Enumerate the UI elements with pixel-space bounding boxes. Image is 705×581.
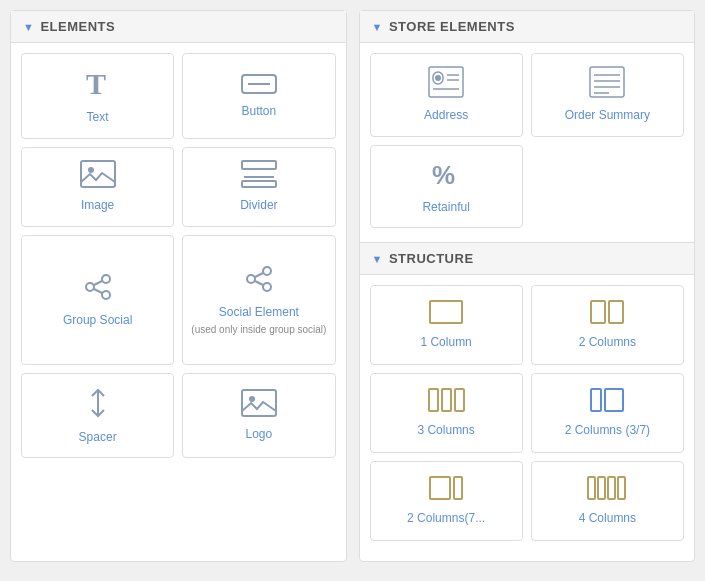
element-retainful[interactable]: % Retainful: [370, 145, 523, 229]
svg-point-14: [247, 275, 255, 283]
element-spacer[interactable]: Spacer: [21, 373, 174, 459]
element-2-columns-7[interactable]: 2 Columns(7...: [370, 461, 523, 541]
group-social-label: Group Social: [63, 313, 132, 329]
divider-icon: [241, 160, 277, 192]
svg-line-12: [94, 289, 102, 293]
divider-label: Divider: [240, 198, 277, 214]
elements-collapse-arrow[interactable]: ▼: [23, 21, 34, 33]
structure-collapse-arrow[interactable]: ▼: [372, 253, 383, 265]
image-icon: [80, 160, 116, 192]
element-order-summary[interactable]: Order Summary: [531, 53, 684, 137]
elements-grid: T Text Button: [11, 43, 346, 468]
1-column-label: 1 Column: [420, 335, 471, 351]
svg-rect-34: [591, 301, 605, 323]
svg-rect-46: [618, 477, 625, 499]
element-2-columns[interactable]: 2 Columns: [531, 285, 684, 365]
element-group-social[interactable]: Group Social: [21, 235, 174, 365]
svg-rect-39: [591, 389, 601, 411]
svg-point-10: [102, 291, 110, 299]
retainful-label: Retainful: [422, 200, 469, 216]
elements-title: ELEMENTS: [40, 19, 115, 34]
4-columns-icon: [587, 475, 627, 505]
svg-rect-38: [455, 389, 464, 411]
elements-panel: ▼ ELEMENTS T Text: [10, 10, 347, 562]
element-2-columns-37[interactable]: 2 Columns (3/7): [531, 373, 684, 453]
logo-label: Logo: [246, 427, 273, 443]
svg-rect-43: [588, 477, 595, 499]
store-elements-header: ▼ STORE ELEMENTS: [360, 11, 695, 43]
social-element-sublabel: (used only inside group social): [191, 323, 326, 336]
spacer-icon: [86, 386, 110, 424]
retainful-icon: %: [428, 158, 464, 194]
svg-rect-5: [242, 161, 276, 169]
svg-point-20: [249, 396, 255, 402]
1-column-icon: [428, 299, 464, 329]
social-element-icon: [243, 263, 275, 299]
svg-line-11: [94, 281, 102, 285]
store-panel: ▼ STORE ELEMENTS Address: [359, 10, 696, 562]
store-elements-title: STORE ELEMENTS: [389, 19, 515, 34]
svg-point-23: [435, 75, 441, 81]
2-columns-37-label: 2 Columns (3/7): [565, 423, 650, 439]
structure-header: ▼ STRUCTURE: [360, 242, 695, 275]
svg-rect-41: [430, 477, 450, 499]
elements-header: ▼ ELEMENTS: [11, 11, 346, 43]
order-summary-label: Order Summary: [565, 108, 650, 124]
address-icon: [428, 66, 464, 102]
element-divider[interactable]: Divider: [182, 147, 335, 227]
element-4-columns[interactable]: 4 Columns: [531, 461, 684, 541]
svg-rect-19: [242, 390, 276, 416]
svg-point-9: [86, 283, 94, 291]
svg-line-17: [255, 281, 263, 285]
2-columns-7-icon: [428, 475, 464, 505]
3-columns-label: 3 Columns: [417, 423, 474, 439]
text-icon: T: [82, 66, 114, 104]
store-elements-grid: Address Order Summary: [360, 43, 695, 238]
svg-rect-40: [605, 389, 623, 411]
svg-text:T: T: [86, 67, 106, 100]
svg-point-15: [263, 283, 271, 291]
store-collapse-arrow[interactable]: ▼: [372, 21, 383, 33]
address-label: Address: [424, 108, 468, 124]
2-columns-label: 2 Columns: [579, 335, 636, 351]
text-label: Text: [87, 110, 109, 126]
2-columns-7-label: 2 Columns(7...: [407, 511, 485, 527]
svg-rect-44: [598, 477, 605, 499]
main-container: ▼ ELEMENTS T Text: [10, 10, 695, 562]
element-1-column[interactable]: 1 Column: [370, 285, 523, 365]
button-icon: [241, 72, 277, 98]
group-social-icon: [82, 271, 114, 307]
svg-point-13: [263, 267, 271, 275]
logo-icon: [241, 389, 277, 421]
element-button[interactable]: Button: [182, 53, 335, 139]
element-text[interactable]: T Text: [21, 53, 174, 139]
element-3-columns[interactable]: 3 Columns: [370, 373, 523, 453]
button-label: Button: [242, 104, 277, 120]
2-columns-icon: [589, 299, 625, 329]
spacer-label: Spacer: [79, 430, 117, 446]
element-social-element[interactable]: Social Element (used only inside group s…: [182, 235, 335, 365]
image-label: Image: [81, 198, 114, 214]
structure-title: STRUCTURE: [389, 251, 474, 266]
social-element-label: Social Element: [219, 305, 299, 321]
element-logo[interactable]: Logo: [182, 373, 335, 459]
svg-rect-3: [81, 161, 115, 187]
svg-point-8: [102, 275, 110, 283]
element-image[interactable]: Image: [21, 147, 174, 227]
svg-rect-35: [609, 301, 623, 323]
svg-rect-42: [454, 477, 462, 499]
svg-point-4: [88, 167, 94, 173]
3-columns-icon: [427, 387, 465, 417]
2-columns-37-icon: [589, 387, 625, 417]
4-columns-label: 4 Columns: [579, 511, 636, 527]
svg-rect-7: [242, 181, 276, 187]
svg-rect-33: [430, 301, 462, 323]
element-address[interactable]: Address: [370, 53, 523, 137]
svg-text:%: %: [432, 160, 455, 190]
svg-rect-36: [429, 389, 438, 411]
structure-grid: 1 Column 2 Columns: [360, 275, 695, 551]
svg-line-16: [255, 273, 263, 277]
order-summary-icon: [589, 66, 625, 102]
svg-rect-37: [442, 389, 451, 411]
svg-rect-45: [608, 477, 615, 499]
